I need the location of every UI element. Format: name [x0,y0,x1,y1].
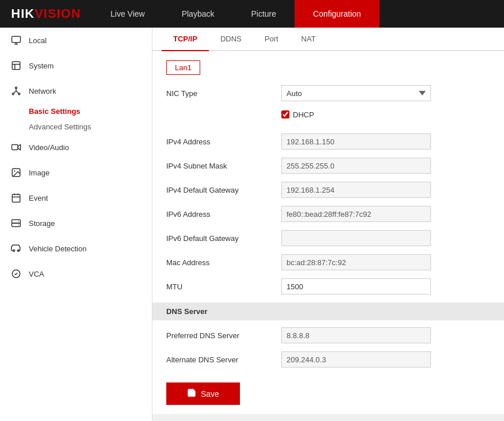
sidebar-item-network[interactable]: Network [0,78,152,104]
preferred-dns-input[interactable] [281,327,431,343]
sidebar-item-vca[interactable]: VCA [0,261,152,286]
svg-point-9 [14,170,15,171]
svg-point-16 [18,221,20,222]
video-icon [9,140,23,154]
mac-address-input[interactable] [281,254,431,270]
svg-point-5 [12,93,14,95]
sidebar-vca-label: VCA [29,270,44,278]
ipv4-subnet-label: IPv4 Subnet Mask [166,162,281,170]
svg-point-4 [16,87,17,89]
ipv6-address-label: IPv6 Address [166,210,281,219]
network-icon [9,84,23,98]
ipv4-address-input[interactable] [281,133,431,150]
tab-nat[interactable]: NAT [290,28,327,51]
ipv4-gateway-label: IPv4 Default Gateway [166,186,281,194]
save-section: Save [166,382,490,405]
monitor-icon [9,33,23,47]
logo-vision: VISION [35,6,81,21]
nic-type-select[interactable]: Auto 10M Half-dup 10M Full-dup 100M Half… [281,85,431,101]
form-area: Lan1 NIC Type Auto 10M Half-dup 10M Full… [152,51,504,414]
alternate-dns-row: Alternate DNS Server [166,350,490,369]
sidebar-item-vehicle[interactable]: Vehicle Detection [0,236,152,261]
sidebar-local-label: Local [29,36,47,45]
svg-rect-7 [12,145,18,150]
sidebar-storage-label: Storage [29,219,55,228]
logo-text: HIKVISION [11,6,81,21]
logo-hik: HIK [11,6,35,21]
svg-point-17 [18,224,20,225]
sidebar-video-label: Video/Audio [29,143,69,152]
save-icon [187,388,196,399]
dhcp-row: DHCP [281,108,490,127]
nav-configuration[interactable]: Configuration [295,0,379,28]
alternate-dns-input[interactable] [281,351,431,368]
vca-icon [9,267,23,281]
tab-ddns[interactable]: DDNS [209,28,253,51]
mtu-label: MTU [166,282,281,291]
svg-rect-0 [12,36,21,43]
image-icon [9,166,23,179]
sidebar-item-event[interactable]: Event [0,185,152,210]
ipv4-gateway-row: IPv4 Default Gateway [166,181,490,199]
nav-playback[interactable]: Playback [163,0,233,28]
sidebar-item-system[interactable]: System [0,53,152,78]
system-icon [9,59,23,72]
sidebar-item-video-audio[interactable]: Video/Audio [0,135,152,160]
alternate-dns-label: Alternate DNS Server [166,355,281,364]
nic-type-label: NIC Type [166,89,281,98]
sidebar-event-label: Event [29,194,48,202]
nav-picture[interactable]: Picture [232,0,295,28]
ipv4-subnet-input[interactable] [281,158,431,174]
sidebar: Local System Network Basic Settings Adva… [0,28,152,421]
ipv4-gateway-input[interactable] [281,182,431,198]
tab-tcpip[interactable]: TCP/IP [162,28,209,51]
dhcp-checkbox-row: DHCP [281,110,314,119]
mac-address-label: Mac Address [166,258,281,267]
ipv4-address-label: IPv4 Address [166,137,281,146]
nav-liveview[interactable]: Live View [92,0,163,28]
svg-rect-1 [12,62,20,70]
logo: HIKVISION [0,6,92,21]
ipv4-subnet-row: IPv4 Subnet Mask [166,156,490,175]
ipv4-address-row: IPv4 Address [166,132,490,151]
ipv6-gateway-label: IPv6 Default Gateway [166,234,281,243]
svg-point-18 [13,250,15,251]
sidebar-vehicle-label: Vehicle Detection [29,244,86,253]
sidebar-image-label: Image [29,169,49,177]
mtu-input[interactable] [281,278,431,294]
sidebar-sub-basic-settings[interactable]: Basic Settings [0,104,152,119]
svg-rect-10 [12,194,20,202]
nav-items: Live View Playback Picture Configuration [92,0,504,28]
mac-address-row: Mac Address [166,253,490,271]
preferred-dns-row: Preferred DNS Server [166,326,490,345]
top-navigation: HIKVISION Live View Playback Picture Con… [0,0,504,28]
main-layout: Local System Network Basic Settings Adva… [0,28,504,421]
sidebar-item-local[interactable]: Local [0,28,152,53]
sidebar-item-storage[interactable]: Storage [0,210,152,236]
dns-section-header: DNS Server [152,303,504,320]
nic-type-row: NIC Type Auto 10M Half-dup 10M Full-dup … [166,84,490,102]
tab-port[interactable]: Port [253,28,290,51]
tab-bar: TCP/IP DDNS Port NAT [152,28,504,51]
save-button[interactable]: Save [166,382,240,405]
preferred-dns-label: Preferred DNS Server [166,331,281,340]
storage-icon [9,216,23,230]
sidebar-item-image[interactable]: Image [0,160,152,185]
ipv6-gateway-input[interactable] [281,230,431,246]
vehicle-icon [9,242,23,255]
dhcp-label: DHCP [293,110,314,119]
sidebar-system-label: System [29,62,54,70]
mtu-row: MTU [166,277,490,296]
ipv6-address-input[interactable] [281,206,431,222]
save-label: Save [201,389,219,399]
event-icon [9,191,23,205]
svg-point-6 [18,93,20,95]
dhcp-checkbox[interactable] [281,110,289,118]
sidebar-network-label: Network [29,87,56,95]
lan-button[interactable]: Lan1 [166,60,200,75]
sidebar-sub-advanced-settings[interactable]: Advanced Settings [0,119,152,135]
content-area: TCP/IP DDNS Port NAT Lan1 NIC Type Auto … [152,28,504,421]
ipv6-gateway-row: IPv6 Default Gateway [166,229,490,247]
ipv6-address-row: IPv6 Address [166,205,490,223]
